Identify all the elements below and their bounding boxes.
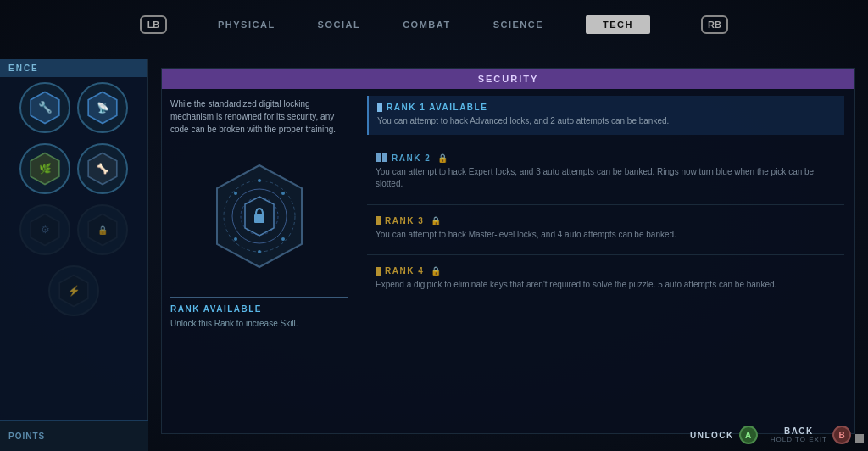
action-bar: UNLOCK A BACK HOLD TO EXIT B xyxy=(690,426,851,426)
rank-1-header: RANK 1 AVAILABLE xyxy=(377,103,836,112)
tab-science[interactable]: SCIENCE xyxy=(493,19,543,30)
skill-display: While the standardized digital locking m… xyxy=(162,89,357,426)
skill-hex-container xyxy=(200,157,319,276)
rank-bar-4 xyxy=(376,267,381,276)
rank-2-bars xyxy=(376,153,387,162)
rank-1-label: RANK 1 AVAILABLE xyxy=(387,103,487,112)
rank-4-lock-icon: 🔒 xyxy=(431,266,441,276)
skill-hex-icon xyxy=(204,161,314,271)
rank-3-header: RANK 3 🔒 xyxy=(376,216,836,226)
rank-1-desc: You can attempt to hack Advanced locks, … xyxy=(377,115,836,128)
rank-item-2[interactable]: RANK 2 🔒 You can attempt to hack Expert … xyxy=(367,147,844,198)
skill-description: While the standardized digital locking m… xyxy=(170,97,348,136)
tab-combat[interactable]: COMBAT xyxy=(403,19,450,30)
rank-3-label: RANK 3 xyxy=(385,216,424,226)
skill-points-bar: PoInts xyxy=(0,420,148,451)
security-panel: SECURITY While the standardized digital … xyxy=(161,68,855,434)
skill-item-6[interactable]: 🔒 xyxy=(77,204,128,255)
rank-4-bars xyxy=(376,267,381,276)
svg-point-24 xyxy=(234,237,237,241)
skill-row-2: 🌿 🦴 xyxy=(0,138,147,199)
skill-item-4[interactable]: 🦴 xyxy=(77,143,128,194)
rank-bar-2a xyxy=(376,153,381,162)
rank-item-3[interactable]: RANK 3 🔒 You can attempt to hack Master-… xyxy=(367,209,844,248)
top-navigation: LB PHYSICAL SOCIAL COMBAT SCIENCE TECH R… xyxy=(0,15,868,34)
rb-button[interactable]: RB xyxy=(701,15,728,34)
svg-point-22 xyxy=(281,237,285,241)
svg-text:⚡: ⚡ xyxy=(68,285,81,297)
skill-item-7[interactable]: ⚡ xyxy=(48,265,99,316)
main-content: SECURITY While the standardized digital … xyxy=(148,59,868,451)
rank-1-bars xyxy=(377,103,382,112)
skill-item-3[interactable]: 🌿 xyxy=(19,143,70,194)
svg-rect-19 xyxy=(254,214,264,223)
skill-item-5[interactable]: ⚙ xyxy=(19,204,70,255)
svg-text:🔒: 🔒 xyxy=(97,225,108,236)
rank-bar-2b xyxy=(382,153,387,162)
svg-text:⚙: ⚙ xyxy=(41,224,50,235)
corner-square xyxy=(855,434,864,443)
sidebar: ENCE 🔧 📡 🌿 🦴 xyxy=(0,59,148,451)
unlock-action[interactable]: UNLOCK A xyxy=(690,426,758,426)
nav-tabs: PHYSICAL SOCIAL COMBAT SCIENCE TECH xyxy=(218,15,650,34)
svg-text:🔧: 🔧 xyxy=(38,100,53,114)
rank-divider-3 xyxy=(367,254,844,255)
lb-button[interactable]: LB xyxy=(140,15,167,34)
svg-point-21 xyxy=(281,192,285,195)
unlock-button[interactable]: A xyxy=(739,426,758,426)
sidebar-title: ENCE xyxy=(0,59,147,77)
skill-points-label: PoInts xyxy=(8,432,45,441)
rank-3-desc: You can attempt to hack Master-level loc… xyxy=(376,229,836,242)
skill-item-1[interactable]: 🔧 xyxy=(19,82,70,133)
tab-physical[interactable]: PHYSICAL xyxy=(218,19,275,30)
rank-bar-3 xyxy=(376,216,381,225)
svg-text:🦴: 🦴 xyxy=(97,163,109,175)
rank-2-header: RANK 2 🔒 xyxy=(376,153,836,163)
rank-bar-1 xyxy=(377,103,382,112)
rank-2-label: RANK 2 xyxy=(392,153,431,163)
rank-4-label: RANK 4 xyxy=(385,266,424,276)
rank-3-bars xyxy=(376,216,381,225)
rank-4-desc: Expend a digipick to eliminate keys that… xyxy=(376,279,836,292)
rank-item-1[interactable]: RANK 1 AVAILABLE You can attempt to hack… xyxy=(367,96,844,135)
panel-body: While the standardized digital locking m… xyxy=(162,89,854,426)
skill-row-1: 🔧 📡 xyxy=(0,77,147,138)
rank-2-lock-icon: 🔒 xyxy=(437,153,448,163)
rank-available-desc: Unlock this Rank to increase Skill. xyxy=(170,318,348,330)
panel-title: SECURITY xyxy=(162,69,854,89)
rank-3-lock-icon: 🔒 xyxy=(431,216,441,226)
svg-point-23 xyxy=(258,250,261,253)
back-button[interactable]: B xyxy=(832,426,851,426)
svg-text:📡: 📡 xyxy=(97,102,109,114)
skill-item-2[interactable]: 📡 xyxy=(77,82,128,133)
rank-divider-2 xyxy=(367,204,844,205)
ranks-panel: RANK 1 AVAILABLE You can attempt to hack… xyxy=(357,89,854,426)
rank-2-desc: You can attempt to hack Expert locks, an… xyxy=(376,166,836,191)
back-action[interactable]: BACK HOLD TO EXIT B xyxy=(771,426,851,426)
rank-available-section: RANK AVAILABLE Unlock this Rank to incre… xyxy=(170,297,348,330)
svg-point-20 xyxy=(258,179,261,182)
skill-row-3: ⚙ 🔒 xyxy=(0,199,147,260)
skill-row-4: ⚡ xyxy=(0,260,147,321)
rank-4-header: RANK 4 🔒 xyxy=(376,266,836,276)
rank-item-4[interactable]: RANK 4 🔒 Expend a digipick to eliminate … xyxy=(367,259,844,298)
tab-tech[interactable]: TECH xyxy=(586,15,650,34)
svg-point-25 xyxy=(234,192,237,195)
svg-text:🌿: 🌿 xyxy=(39,163,52,175)
tab-social[interactable]: SOCIAL xyxy=(318,19,361,30)
rank-available-label: RANK AVAILABLE xyxy=(170,304,348,314)
rank-divider-1 xyxy=(367,142,844,142)
